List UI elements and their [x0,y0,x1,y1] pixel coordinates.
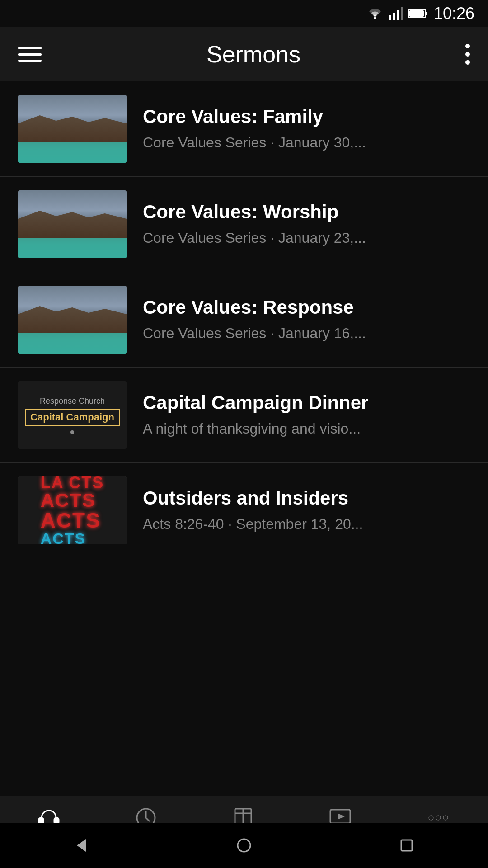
campaign-church-name: Response Church [40,396,105,406]
landscape-image [18,190,127,258]
svg-point-0 [374,17,376,19]
home-button[interactable] [230,832,258,859]
sermon-item[interactable]: Core Values: Family Core Values Series ·… [0,81,488,177]
sermon-thumbnail: LA CTS ACTS ACTS ACTS [18,476,127,544]
sermon-item[interactable]: Core Values: Worship Core Values Series … [0,177,488,272]
campaign-dot [70,430,74,434]
landscape-image [18,286,127,354]
svg-rect-6 [426,12,427,15]
sermon-subtitle: Core Values Series · January 30,... [143,133,470,152]
battery-icon [408,8,428,19]
svg-rect-4 [401,7,403,20]
acts-text: LA CTS ACTS ACTS ACTS [41,476,104,544]
sermon-info: Core Values: Worship Core Values Series … [143,201,470,248]
svg-rect-3 [397,10,399,20]
svg-rect-24 [401,840,412,851]
svg-point-21 [443,816,448,820]
hamburger-menu-button[interactable] [18,47,42,62]
sermon-title: Core Values: Worship [143,201,470,223]
campaign-title-text: Capital Campaign [25,409,120,426]
svg-point-19 [429,816,433,820]
sermon-thumbnail: Response Church Capital Campaign [18,381,127,449]
sermon-item[interactable]: LA CTS ACTS ACTS ACTS Outsiders and Insi… [0,463,488,558]
sermon-subtitle: A night of thanksgiving and visio... [143,420,470,439]
sermon-title: Outsiders and Insiders [143,487,470,509]
sermon-info: Capital Campaign Dinner A night of thank… [143,392,470,439]
sermon-title: Core Values: Family [143,105,470,128]
svg-rect-2 [393,13,395,20]
sermon-subtitle: Core Values Series · January 23,... [143,229,470,248]
status-time: 10:26 [434,4,474,23]
app-header: Sermons [0,27,488,81]
wifi-icon [367,7,383,20]
recent-apps-button[interactable] [393,832,420,859]
campaign-image: Response Church Capital Campaign [18,381,127,449]
sermon-thumbnail [18,95,127,163]
sermon-thumbnail [18,190,127,258]
sermon-item[interactable]: Core Values: Response Core Values Series… [0,272,488,368]
svg-marker-16 [338,813,345,820]
sermon-title: Core Values: Response [143,296,470,319]
back-button[interactable] [68,832,95,859]
sermon-item[interactable]: Response Church Capital Campaign Capital… [0,368,488,463]
svg-rect-1 [389,15,391,20]
more-options-button[interactable] [465,44,470,65]
sermon-thumbnail [18,286,127,354]
acts-image: LA CTS ACTS ACTS ACTS [18,476,127,544]
sermon-info: Outsiders and Insiders Acts 8:26-40 · Se… [143,487,470,534]
svg-rect-7 [409,10,424,17]
svg-marker-22 [77,839,86,852]
sermon-list: Core Values: Family Core Values Series ·… [0,81,488,558]
sermon-info: Core Values: Response Core Values Series… [143,296,470,343]
svg-point-20 [436,816,441,820]
svg-point-23 [238,839,250,852]
signal-icon [389,7,403,20]
status-icons: 10:26 [367,4,474,23]
sermon-subtitle: Core Values Series · January 16,... [143,324,470,343]
status-bar: 10:26 [0,0,488,27]
sermon-subtitle: Acts 8:26-40 · September 13, 20... [143,515,470,534]
landscape-image [18,95,127,163]
sermon-info: Core Values: Family Core Values Series ·… [143,105,470,152]
page-title: Sermons [206,41,300,68]
system-nav-bar [0,823,488,868]
sermon-title: Capital Campaign Dinner [143,392,470,414]
